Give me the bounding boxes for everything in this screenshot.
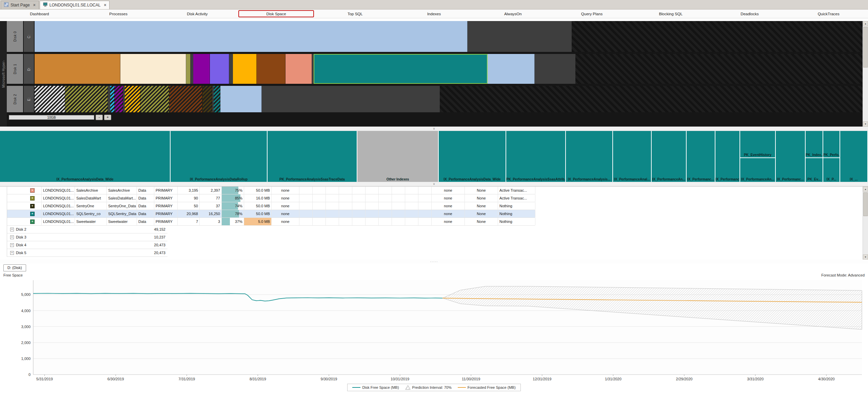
file-segment[interactable] <box>186 54 191 84</box>
treemap-cell[interactable]: IX_PerformanceAn... <box>652 131 687 182</box>
treemap-cell[interactable]: IX_Performanc... <box>776 131 806 182</box>
file-color-swatch-expand-icon[interactable]: + <box>30 196 35 201</box>
treemap-cell[interactable]: IX_Performanc... <box>687 131 715 182</box>
treemap-cell[interactable]: IX_PerformanceAnalysisDataRollup <box>171 131 268 182</box>
file-segment[interactable] <box>214 86 220 112</box>
disk-group-row[interactable]: +Disk 310,237 <box>7 233 535 241</box>
file-segment[interactable] <box>65 86 108 112</box>
table-row[interactable]: +LONDONSQL01...SentryOneSentryOne_DataDa… <box>7 202 535 210</box>
file-segment[interactable] <box>35 86 65 112</box>
treemap-subcell[interactable]: PK_Perfo... <box>823 131 840 158</box>
expand-plus-icon[interactable]: + <box>10 235 14 239</box>
table-row[interactable]: +LONDONSQL01...SQLSentry_coSQLSentry_Dat… <box>7 210 535 218</box>
scroll-up-icon[interactable]: ▲ <box>863 187 868 192</box>
treemap-cell[interactable]: IX_PerformanceAnal... <box>613 131 652 182</box>
file-color-swatch-expand-icon[interactable]: + <box>30 188 35 193</box>
file-segment[interactable] <box>115 86 123 112</box>
file-color-swatch-expand-icon[interactable]: + <box>30 212 35 216</box>
scroll-down-icon[interactable]: ▼ <box>863 121 868 127</box>
file-segment[interactable] <box>120 54 186 84</box>
close-icon[interactable]: × <box>33 3 36 7</box>
file-color-swatch-expand-icon[interactable]: + <box>30 220 35 224</box>
disk-group-row[interactable]: +Disk 249,152 <box>7 226 535 233</box>
nav-tab-query-plans[interactable]: Query Plans <box>552 9 631 18</box>
scroll-up-icon[interactable]: ▲ <box>863 21 868 26</box>
treemap-subcell[interactable]: PK_Index... <box>806 131 823 158</box>
disk-group-row[interactable]: +Disk 520,473 <box>7 249 535 257</box>
disk-bar[interactable] <box>35 21 863 52</box>
file-segment[interactable] <box>210 54 229 84</box>
file-type-cell: Data <box>137 187 154 194</box>
nav-tab-disk-activity[interactable]: Disk Activity <box>158 9 237 18</box>
file-segment[interactable] <box>140 86 169 112</box>
collapse-treemap-chevron[interactable]: ∨ <box>0 182 868 186</box>
scrollbar-thumb[interactable] <box>863 27 868 68</box>
treemap-cell[interactable]: IX_PerformanceAnalysisData_Wide <box>0 131 171 182</box>
file-segment[interactable] <box>220 86 262 112</box>
treemap-cell[interactable]: PK_Index...PK_Ev... <box>806 131 823 182</box>
zoom-in-button[interactable]: + <box>104 115 111 120</box>
disk-bar[interactable] <box>35 54 863 84</box>
nav-tab-processes[interactable]: Processes <box>79 9 158 18</box>
zoom-scale-slider[interactable]: 10GB <box>9 115 94 120</box>
file-color-swatch-expand-icon[interactable]: + <box>30 204 35 208</box>
disk-bar[interactable] <box>35 86 863 112</box>
treemap-cell[interactable]: PK_PerformanceAnalysisSsasTraceData <box>268 131 357 182</box>
zoom-out-button[interactable]: - <box>96 115 103 120</box>
disk-panel-scrollbar[interactable]: ▲ ▼ <box>863 21 868 127</box>
treemap-cell[interactable]: IX_PerformanceAnalysis... <box>566 131 613 182</box>
file-segment[interactable] <box>125 86 140 112</box>
window-tab[interactable]: Start Page× <box>1 1 39 9</box>
nav-tab-dashboard[interactable]: Dashboard <box>0 9 79 18</box>
expand-plus-icon[interactable]: + <box>10 243 14 247</box>
empty-cell <box>339 218 352 225</box>
nav-tab-quicktraces[interactable]: QuickTraces <box>789 9 868 18</box>
autogrowth-cell: 50.0 MB <box>244 210 272 217</box>
treemap-cell[interactable]: PK_PerformanceAnalysisSsasAttrib... <box>506 131 566 182</box>
file-segment[interactable] <box>35 54 120 84</box>
file-segment[interactable] <box>285 54 312 84</box>
table-row[interactable]: +LONDONSQL01...SalesArchiveSalesArchiveD… <box>7 187 535 194</box>
file-segment[interactable] <box>257 54 285 84</box>
nav-tab-deadlocks[interactable]: Deadlocks <box>710 9 789 18</box>
treemap-subcell[interactable]: PK_EventHistory <box>740 131 775 158</box>
treemap-cell[interactable]: IX_... <box>840 131 868 182</box>
treemap-cell[interactable]: IX_PerformanceAnalysisData_Wide <box>439 131 506 182</box>
treemap-cell[interactable]: IX_Performanc... <box>715 131 740 182</box>
file-segment[interactable] <box>110 86 115 112</box>
file-segment[interactable] <box>202 86 212 112</box>
close-icon[interactable]: × <box>104 3 106 7</box>
nav-tab-disk-space[interactable]: Disk Space <box>237 9 316 18</box>
scroll-down-icon[interactable]: ▼ <box>863 254 868 260</box>
horizontal-splitter[interactable]: ····· <box>0 260 868 263</box>
treemap-subcell[interactable]: IX_PerformanceAn... <box>740 158 775 182</box>
nav-tab-label: Disk Activity <box>187 12 208 16</box>
treemap-subcell[interactable]: IX_P... <box>823 158 840 182</box>
replication-cell: none <box>432 194 465 202</box>
file-segment[interactable] <box>35 21 468 52</box>
file-segment[interactable] <box>488 54 535 84</box>
table-row[interactable]: +LONDONSQL01...SalesDataMartSalesDataMar… <box>7 194 535 202</box>
treemap-cell[interactable]: PK_EventHistoryIX_PerformanceAn... <box>740 131 776 182</box>
scrollbar-thumb[interactable] <box>863 192 868 216</box>
expand-plus-icon[interactable]: + <box>10 251 14 255</box>
nav-tab-indexes[interactable]: Indexes <box>395 9 474 18</box>
file-segment[interactable] <box>314 54 488 84</box>
file-segment[interactable] <box>193 54 210 84</box>
collapse-disk-panel-chevron[interactable]: ∨ <box>0 127 868 131</box>
disk-group-row[interactable]: +Disk 420,473 <box>7 241 535 249</box>
chart-tab-d-disk[interactable]: D: (Disk) <box>3 264 26 271</box>
file-segment[interactable] <box>169 86 202 112</box>
nav-tab-top-sql[interactable]: Top SQL <box>316 9 395 18</box>
window-tab[interactable]: LONDONSQL01.SE.LOCAL× <box>40 1 110 9</box>
treemap-subcell[interactable]: PK_Ev... <box>806 158 823 182</box>
nav-tab-blocking-sql[interactable]: Blocking SQL <box>631 9 710 18</box>
expand-plus-icon[interactable]: + <box>10 228 14 231</box>
treemap-cell[interactable]: Other Indexes <box>357 131 439 182</box>
table-row[interactable]: +LONDONSQL01...SweetwaterSweetwaterDataP… <box>7 218 535 226</box>
grid-scrollbar[interactable]: ▲ ▼ <box>863 187 868 260</box>
nav-tab-alwayson[interactable]: AlwaysOn <box>473 9 552 18</box>
file-segment[interactable] <box>233 54 257 84</box>
treemap-cell[interactable]: PK_Perfo...IX_P... <box>823 131 840 182</box>
freespace-chart[interactable]: 01,0002,0003,0004,0005,0005/31/20196/30/… <box>3 278 865 383</box>
